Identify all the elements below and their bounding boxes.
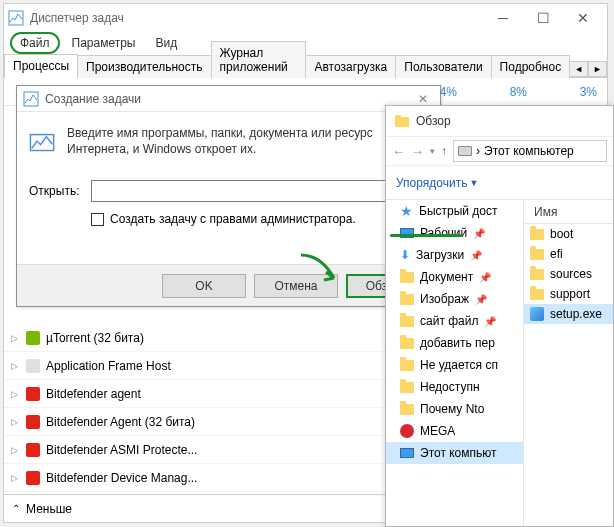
folder-icon <box>400 382 414 393</box>
open-input[interactable] <box>91 180 428 202</box>
folder-icon <box>530 289 544 300</box>
svg-rect-4 <box>395 115 401 118</box>
run-big-icon <box>29 126 55 162</box>
file-row[interactable]: boot <box>524 224 613 244</box>
expand-icon[interactable]: ▷ <box>4 333 24 343</box>
tree-label: Загрузки <box>416 248 464 262</box>
expand-icon[interactable]: ▷ <box>4 473 24 483</box>
pin-icon: 📌 <box>479 272 491 283</box>
nav-bar: ← → ▾ ↑ › Этот компьютер <box>386 136 613 166</box>
dialog-buttons: OK Отмена Обзор... <box>17 264 440 306</box>
column-header-name[interactable]: Имя <box>524 200 613 224</box>
organize-dropdown-icon[interactable]: ▼ <box>469 178 478 188</box>
menu-file[interactable]: Файл <box>10 32 60 54</box>
tree-label: добавить пер <box>420 336 495 350</box>
folder-icon <box>400 360 414 371</box>
window-controls: ─ ☐ ✕ <box>483 4 603 32</box>
tree-item[interactable]: добавить пер <box>386 332 523 354</box>
breadcrumb-sep: › <box>476 144 480 158</box>
close-button[interactable]: ✕ <box>563 4 603 32</box>
header-pct-1[interactable]: 8% <box>467 85 537 99</box>
file-row[interactable]: support <box>524 284 613 304</box>
history-dropdown[interactable]: ▾ <box>430 146 435 156</box>
folder-open-icon <box>394 113 410 129</box>
titlebar[interactable]: Диспетчер задач ─ ☐ ✕ <box>4 4 607 32</box>
tree-label: Документ <box>420 270 473 284</box>
tab-scroll-right[interactable]: ► <box>588 61 607 77</box>
download-icon: ⬇ <box>400 248 410 262</box>
tree-item[interactable]: сайт файл📌 <box>386 310 523 332</box>
tree-item[interactable]: ★Быстрый дост <box>386 200 523 222</box>
tab-app-history[interactable]: Журнал приложений <box>211 41 307 78</box>
tree-item[interactable]: MEGA <box>386 420 523 442</box>
fb-title-text: Обзор <box>416 114 451 128</box>
mega-icon <box>400 424 414 438</box>
tab-users[interactable]: Пользователи <box>395 55 491 78</box>
expand-icon[interactable]: ▷ <box>4 445 24 455</box>
tree-item[interactable]: Рабочий📌 <box>386 222 523 244</box>
folder-icon <box>530 249 544 260</box>
tree-item[interactable]: Не удается сп <box>386 354 523 376</box>
window-title: Диспетчер задач <box>30 11 483 25</box>
tree-item[interactable]: ⬇Загрузки📌 <box>386 244 523 266</box>
file-row[interactable]: efi <box>524 244 613 264</box>
back-button[interactable]: ← <box>392 144 405 159</box>
file-name: support <box>550 287 590 301</box>
header-pct-2[interactable]: 3% <box>537 85 607 99</box>
tree-item[interactable]: Документ📌 <box>386 266 523 288</box>
tree-label: MEGA <box>420 424 455 438</box>
address-text[interactable]: Этот компьютер <box>484 144 574 158</box>
tab-scroll-left[interactable]: ◄ <box>569 61 588 77</box>
svg-rect-3 <box>395 117 409 127</box>
forward-button[interactable]: → <box>411 144 424 159</box>
fb-toolbar: Упорядочить ▼ <box>386 166 613 200</box>
folder-icon <box>400 294 414 305</box>
admin-checkbox[interactable] <box>91 213 104 226</box>
dialog-close-button[interactable]: ✕ <box>412 92 434 106</box>
open-label: Открыть: <box>29 184 83 198</box>
tree-label: Не удается сп <box>420 358 498 372</box>
tab-startup[interactable]: Автозагрузка <box>305 55 396 78</box>
file-name: boot <box>550 227 573 241</box>
monitor-icon <box>400 448 414 458</box>
maximize-button[interactable]: ☐ <box>523 4 563 32</box>
run-icon <box>23 91 39 107</box>
expand-icon[interactable]: ▷ <box>4 417 24 427</box>
process-icon <box>24 415 42 429</box>
tree-label: Быстрый дост <box>419 204 498 218</box>
file-list[interactable]: Имя bootefisourcessupportsetup.exe <box>524 200 613 526</box>
chevron-up-icon: ⌃ <box>12 503 20 514</box>
dialog-titlebar[interactable]: Создание задачи ✕ <box>17 86 440 112</box>
tree-item[interactable]: Недоступн <box>386 376 523 398</box>
tree-item[interactable]: Почему Nto <box>386 398 523 420</box>
pin-icon: 📌 <box>484 316 496 327</box>
fb-titlebar[interactable]: Обзор <box>386 106 613 136</box>
menu-view[interactable]: Вид <box>147 34 185 52</box>
process-icon <box>24 387 42 401</box>
nav-tree[interactable]: ★Быстрый достРабочий📌⬇Загрузки📌Документ📌… <box>386 200 524 526</box>
expand-icon[interactable]: ▷ <box>4 389 24 399</box>
file-row[interactable]: setup.exe <box>524 304 613 324</box>
file-name: efi <box>550 247 563 261</box>
tab-performance[interactable]: Производительность <box>77 55 211 78</box>
tree-label: Рабочий <box>420 226 467 240</box>
tree-label: Изображ <box>420 292 469 306</box>
menu-options[interactable]: Параметры <box>64 34 144 52</box>
tab-details[interactable]: Подробнос <box>491 55 571 78</box>
expand-icon[interactable]: ▷ <box>4 361 24 371</box>
tree-item[interactable]: Этот компьют <box>386 442 523 464</box>
ok-button[interactable]: OK <box>162 274 246 298</box>
tab-processes[interactable]: Процессы <box>4 54 78 78</box>
file-name: sources <box>550 267 592 281</box>
pin-icon: 📌 <box>475 294 487 305</box>
tree-item[interactable]: Изображ📌 <box>386 288 523 310</box>
pin-icon: 📌 <box>470 250 482 261</box>
cancel-button[interactable]: Отмена <box>254 274 338 298</box>
organize-button[interactable]: Упорядочить <box>396 176 467 190</box>
file-browser-window: Обзор ← → ▾ ↑ › Этот компьютер Упорядочи… <box>385 105 614 527</box>
minimize-button[interactable]: ─ <box>483 4 523 32</box>
file-row[interactable]: sources <box>524 264 613 284</box>
up-button[interactable]: ↑ <box>441 144 447 158</box>
fewer-details-button[interactable]: Меньше <box>26 502 72 516</box>
address-bar[interactable]: › Этот компьютер <box>453 140 607 162</box>
